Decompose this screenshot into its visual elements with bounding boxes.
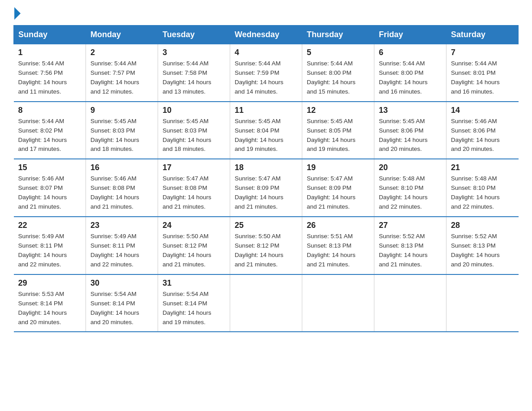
day-detail: Sunrise: 5:45 AMSunset: 8:05 PMDaylight:… — [307, 118, 356, 153]
day-number: 7 — [451, 48, 514, 57]
calendar-cell: 24 Sunrise: 5:50 AMSunset: 8:12 PMDaylig… — [158, 217, 230, 274]
day-number: 31 — [163, 278, 225, 288]
day-detail: Sunrise: 5:47 AMSunset: 8:09 PMDaylight:… — [235, 175, 283, 210]
day-detail: Sunrise: 5:44 AMSunset: 7:56 PMDaylight:… — [18, 60, 67, 95]
calendar-cell: 17 Sunrise: 5:47 AMSunset: 8:08 PMDaylig… — [158, 159, 230, 217]
day-number: 14 — [451, 106, 514, 115]
header-saturday: Saturday — [446, 26, 519, 44]
day-number: 26 — [307, 221, 369, 230]
day-number: 12 — [307, 106, 369, 115]
day-number: 4 — [235, 48, 297, 57]
day-number: 6 — [379, 48, 442, 57]
day-detail: Sunrise: 5:44 AMSunset: 8:02 PMDaylight:… — [18, 118, 67, 153]
header-friday: Friday — [374, 26, 446, 44]
day-detail: Sunrise: 5:47 AMSunset: 8:09 PMDaylight:… — [307, 175, 356, 210]
calendar-cell: 27 Sunrise: 5:52 AMSunset: 8:13 PMDaylig… — [374, 217, 446, 274]
calendar-cell: 19 Sunrise: 5:47 AMSunset: 8:09 PMDaylig… — [302, 159, 374, 217]
calendar-cell: 30 Sunrise: 5:54 AMSunset: 8:14 PMDaylig… — [86, 274, 158, 332]
calendar-cell — [302, 274, 374, 332]
calendar-cell: 12 Sunrise: 5:45 AMSunset: 8:05 PMDaylig… — [302, 102, 374, 159]
calendar-cell: 1 Sunrise: 5:44 AMSunset: 7:56 PMDayligh… — [14, 44, 86, 102]
day-number: 5 — [307, 48, 369, 57]
day-number: 22 — [18, 221, 82, 230]
logo — [13, 9, 21, 21]
day-number: 29 — [18, 278, 82, 288]
day-detail: Sunrise: 5:48 AMSunset: 8:10 PMDaylight:… — [451, 175, 500, 210]
day-detail: Sunrise: 5:44 AMSunset: 8:00 PMDaylight:… — [379, 60, 428, 95]
calendar-cell — [230, 274, 302, 332]
calendar-week-row: 1 Sunrise: 5:44 AMSunset: 7:56 PMDayligh… — [14, 44, 519, 102]
day-detail: Sunrise: 5:45 AMSunset: 8:03 PMDaylight:… — [163, 118, 211, 153]
header-thursday: Thursday — [302, 26, 374, 44]
day-detail: Sunrise: 5:50 AMSunset: 8:12 PMDaylight:… — [163, 233, 211, 268]
day-number: 10 — [163, 106, 225, 115]
day-detail: Sunrise: 5:51 AMSunset: 8:13 PMDaylight:… — [307, 233, 356, 268]
day-detail: Sunrise: 5:44 AMSunset: 7:59 PMDaylight:… — [235, 60, 283, 95]
calendar-header-row: SundayMondayTuesdayWednesdayThursdayFrid… — [14, 26, 519, 44]
day-number: 8 — [18, 106, 82, 115]
day-number: 18 — [235, 163, 297, 172]
calendar-cell: 5 Sunrise: 5:44 AMSunset: 8:00 PMDayligh… — [302, 44, 374, 102]
day-detail: Sunrise: 5:46 AMSunset: 8:07 PMDaylight:… — [18, 175, 67, 210]
day-detail: Sunrise: 5:44 AMSunset: 8:01 PMDaylight:… — [451, 60, 500, 95]
day-number: 13 — [379, 106, 442, 115]
day-number: 17 — [163, 163, 225, 172]
day-number: 20 — [379, 163, 442, 172]
day-number: 28 — [451, 221, 514, 230]
calendar-cell: 31 Sunrise: 5:54 AMSunset: 8:14 PMDaylig… — [158, 274, 230, 332]
header-sunday: Sunday — [14, 26, 86, 44]
calendar-cell: 7 Sunrise: 5:44 AMSunset: 8:01 PMDayligh… — [446, 44, 519, 102]
calendar-week-row: 22 Sunrise: 5:49 AMSunset: 8:11 PMDaylig… — [14, 217, 519, 274]
day-number: 16 — [90, 163, 153, 172]
day-detail: Sunrise: 5:52 AMSunset: 8:13 PMDaylight:… — [451, 233, 500, 268]
day-number: 2 — [90, 48, 153, 57]
day-number: 11 — [235, 106, 297, 115]
calendar-cell: 22 Sunrise: 5:49 AMSunset: 8:11 PMDaylig… — [14, 217, 86, 274]
day-detail: Sunrise: 5:50 AMSunset: 8:12 PMDaylight:… — [235, 233, 283, 268]
calendar-cell: 2 Sunrise: 5:44 AMSunset: 7:57 PMDayligh… — [86, 44, 158, 102]
logo-arrow-icon — [14, 7, 21, 20]
day-number: 27 — [379, 221, 442, 230]
day-detail: Sunrise: 5:47 AMSunset: 8:08 PMDaylight:… — [163, 175, 211, 210]
day-detail: Sunrise: 5:44 AMSunset: 7:57 PMDaylight:… — [90, 60, 139, 95]
day-detail: Sunrise: 5:54 AMSunset: 8:14 PMDaylight:… — [163, 291, 211, 325]
day-detail: Sunrise: 5:46 AMSunset: 8:06 PMDaylight:… — [451, 118, 500, 153]
calendar-week-row: 8 Sunrise: 5:44 AMSunset: 8:02 PMDayligh… — [14, 102, 519, 159]
page-header — [13, 9, 519, 21]
calendar-cell: 16 Sunrise: 5:46 AMSunset: 8:08 PMDaylig… — [86, 159, 158, 217]
day-detail: Sunrise: 5:45 AMSunset: 8:03 PMDaylight:… — [90, 118, 139, 153]
day-number: 1 — [18, 48, 82, 57]
calendar-cell: 28 Sunrise: 5:52 AMSunset: 8:13 PMDaylig… — [446, 217, 519, 274]
calendar-cell: 6 Sunrise: 5:44 AMSunset: 8:00 PMDayligh… — [374, 44, 446, 102]
calendar-cell: 14 Sunrise: 5:46 AMSunset: 8:06 PMDaylig… — [446, 102, 519, 159]
calendar-cell: 10 Sunrise: 5:45 AMSunset: 8:03 PMDaylig… — [158, 102, 230, 159]
calendar-cell: 23 Sunrise: 5:49 AMSunset: 8:11 PMDaylig… — [86, 217, 158, 274]
calendar-cell: 20 Sunrise: 5:48 AMSunset: 8:10 PMDaylig… — [374, 159, 446, 217]
calendar-cell: 13 Sunrise: 5:45 AMSunset: 8:06 PMDaylig… — [374, 102, 446, 159]
day-number: 25 — [235, 221, 297, 230]
calendar-cell: 21 Sunrise: 5:48 AMSunset: 8:10 PMDaylig… — [446, 159, 519, 217]
day-detail: Sunrise: 5:49 AMSunset: 8:11 PMDaylight:… — [90, 233, 139, 268]
day-detail: Sunrise: 5:45 AMSunset: 8:06 PMDaylight:… — [379, 118, 428, 153]
calendar-cell — [446, 274, 519, 332]
calendar-week-row: 29 Sunrise: 5:53 AMSunset: 8:14 PMDaylig… — [14, 274, 519, 332]
day-number: 23 — [90, 221, 153, 230]
day-detail: Sunrise: 5:49 AMSunset: 8:11 PMDaylight:… — [18, 233, 67, 268]
calendar-cell — [374, 274, 446, 332]
day-detail: Sunrise: 5:46 AMSunset: 8:08 PMDaylight:… — [90, 175, 139, 210]
calendar-cell: 4 Sunrise: 5:44 AMSunset: 7:59 PMDayligh… — [230, 44, 302, 102]
calendar-cell: 3 Sunrise: 5:44 AMSunset: 7:58 PMDayligh… — [158, 44, 230, 102]
day-number: 15 — [18, 163, 82, 172]
calendar-week-row: 15 Sunrise: 5:46 AMSunset: 8:07 PMDaylig… — [14, 159, 519, 217]
day-detail: Sunrise: 5:45 AMSunset: 8:04 PMDaylight:… — [235, 118, 283, 153]
calendar-cell: 11 Sunrise: 5:45 AMSunset: 8:04 PMDaylig… — [230, 102, 302, 159]
day-number: 24 — [163, 221, 225, 230]
calendar-cell: 15 Sunrise: 5:46 AMSunset: 8:07 PMDaylig… — [14, 159, 86, 217]
day-number: 9 — [90, 106, 153, 115]
calendar-cell: 9 Sunrise: 5:45 AMSunset: 8:03 PMDayligh… — [86, 102, 158, 159]
day-detail: Sunrise: 5:53 AMSunset: 8:14 PMDaylight:… — [18, 291, 67, 325]
day-detail: Sunrise: 5:48 AMSunset: 8:10 PMDaylight:… — [379, 175, 428, 210]
calendar-table: SundayMondayTuesdayWednesdayThursdayFrid… — [13, 25, 519, 332]
day-number: 21 — [451, 163, 514, 172]
calendar-cell: 8 Sunrise: 5:44 AMSunset: 8:02 PMDayligh… — [14, 102, 86, 159]
